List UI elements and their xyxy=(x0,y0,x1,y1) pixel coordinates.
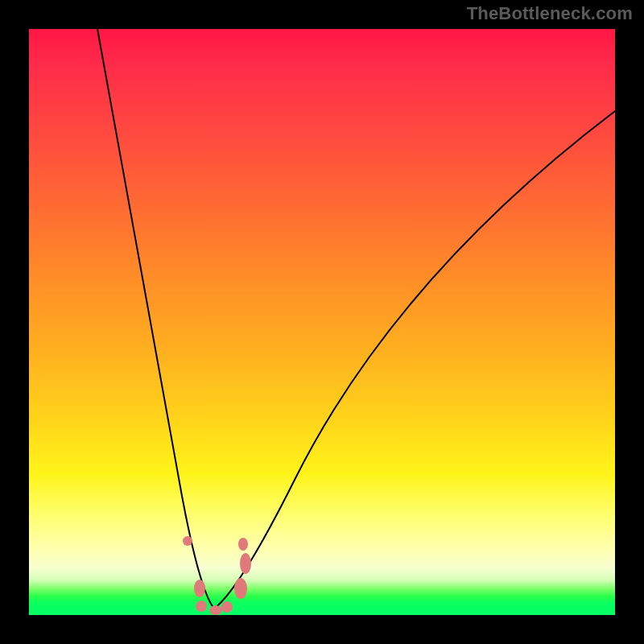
marker-dot xyxy=(234,578,247,599)
marker-dot xyxy=(209,605,222,615)
marker-dot xyxy=(194,580,205,597)
marker-dot xyxy=(238,538,248,551)
marker-dot xyxy=(221,601,233,613)
marker-dot xyxy=(240,553,251,574)
frame: TheBottleneck.com xyxy=(0,0,644,644)
marker-dot xyxy=(196,601,207,612)
curve-left xyxy=(97,29,214,609)
watermark-text: TheBottleneck.com xyxy=(467,5,633,23)
marker-dot xyxy=(183,536,192,546)
plot-area xyxy=(29,29,615,615)
bottleneck-curve xyxy=(29,29,615,615)
curve-right xyxy=(214,111,615,609)
